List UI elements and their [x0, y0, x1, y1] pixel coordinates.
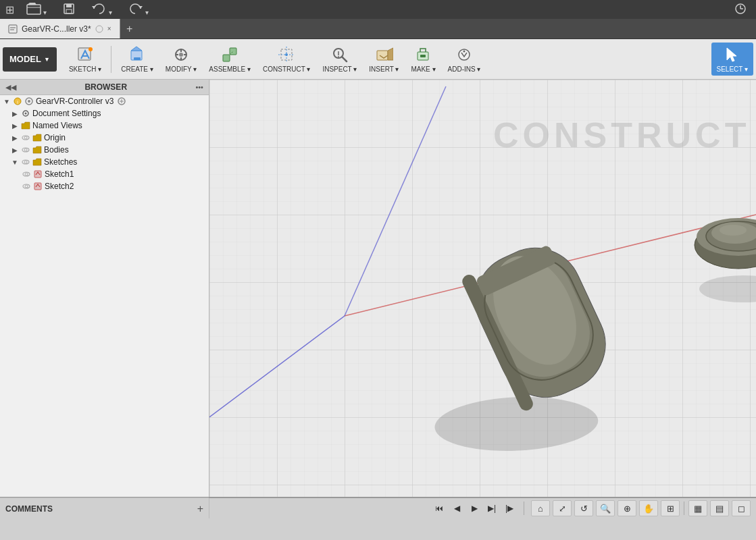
sketch1-label: Sketch1: [45, 169, 74, 179]
bodies-arrow[interactable]: ▶: [11, 146, 19, 154]
file-button[interactable]: ▾: [22, 1, 51, 18]
zoom-in-button[interactable]: ⊕: [618, 500, 636, 516]
svg-rect-31: [420, 55, 426, 57]
settings-icon: [24, 97, 34, 106]
make-button[interactable]: MAKE ▾: [405, 43, 440, 76]
sketch-button[interactable]: SKETCH ▾: [64, 43, 107, 76]
home-view-button[interactable]: ⌂: [531, 500, 550, 516]
tree-item-named-views[interactable]: ▶ Named Views: [0, 119, 209, 132]
redo-button[interactable]: ▾: [124, 1, 153, 18]
tree-root[interactable]: ▼ i GearVR-Controller v3: [0, 95, 209, 107]
zoom-button[interactable]: 🔍: [596, 500, 615, 516]
sketches-label: Sketches: [44, 157, 77, 167]
viewport[interactable]: CONSTRUCT *: [209, 80, 756, 497]
zoom-fit-button[interactable]: ⊞: [661, 500, 680, 516]
svg-rect-2: [66, 4, 72, 7]
svg-marker-4: [92, 6, 96, 9]
tree-item-sketch1[interactable]: Sketch1: [0, 168, 209, 180]
svg-point-72: [720, 225, 747, 236]
doc-settings-arrow[interactable]: ▶: [11, 110, 19, 117]
addins-group: ADD-INS ▾: [443, 43, 486, 76]
tree-item-sketch2[interactable]: Sketch2: [0, 180, 209, 192]
named-views-arrow[interactable]: ▶: [11, 122, 19, 130]
svg-text:CONSTRUCT *: CONSTRUCT *: [493, 115, 756, 155]
display-mode-button[interactable]: ▦: [688, 500, 707, 516]
add-comment-button[interactable]: +: [197, 503, 203, 515]
svg-point-12: [89, 47, 93, 51]
anim-play-button[interactable]: ▶: [467, 501, 482, 516]
bodies-eye-icon: [21, 145, 30, 155]
svg-point-33: [463, 51, 465, 53]
root-arrow[interactable]: ▼: [3, 98, 11, 105]
active-tab[interactable]: GearVR-C...ller v3* ×: [0, 19, 120, 38]
tab-close-button[interactable]: ×: [107, 25, 111, 32]
tree-item-bodies[interactable]: ▶ Bodies: [0, 144, 209, 156]
sketch2-label: Sketch2: [45, 182, 74, 191]
svg-point-41: [25, 113, 27, 115]
doc-settings-label: Document Settings: [32, 109, 101, 118]
anim-first-button[interactable]: ⏮: [432, 501, 447, 516]
svg-point-49: [25, 173, 28, 176]
select-button[interactable]: SELECT ▾: [711, 43, 754, 76]
tree-item-doc-settings[interactable]: ▶ Document Settings: [0, 107, 209, 119]
tab-bar: GearVR-C...ller v3* × +: [0, 19, 756, 39]
save-button[interactable]: [59, 1, 79, 18]
anim-next-button[interactable]: ▶|: [484, 501, 499, 516]
browser-header: ◀◀ BROWSER •••: [0, 80, 209, 95]
tab-label: GearVR-C...ller v3*: [22, 24, 91, 34]
svg-point-10: [96, 26, 103, 32]
addins-button[interactable]: ADD-INS ▾: [443, 43, 486, 76]
tree-item-sketches[interactable]: ▼ Sketches: [0, 156, 209, 168]
fit-view-button[interactable]: ⤢: [553, 500, 572, 516]
view-cube-button[interactable]: ◻: [732, 500, 751, 516]
viewport-svg: CONSTRUCT *: [209, 80, 756, 497]
create-button[interactable]: CREATE ▾: [116, 43, 159, 76]
sketch2-sketch-icon: [33, 182, 43, 191]
undo-button[interactable]: ▾: [87, 1, 116, 18]
root-icon: i: [13, 97, 22, 106]
tree-item-origin[interactable]: ▶ Origin: [0, 132, 209, 144]
svg-point-47: [24, 161, 27, 163]
modify-button[interactable]: MODIFY ▾: [160, 43, 202, 76]
origin-folder-icon: [32, 133, 42, 142]
bodies-label: Bodies: [44, 145, 69, 155]
sketches-arrow[interactable]: ▼: [11, 159, 19, 166]
tree: ▼ i GearVR-Controller v3 ▶ Document Sett…: [0, 95, 209, 192]
svg-rect-28: [377, 51, 388, 60]
bottom-left-comments: COMMENTS +: [0, 498, 209, 518]
model-button[interactable]: MODEL ▼: [3, 47, 57, 72]
svg-point-27: [338, 56, 339, 57]
anim-last-button[interactable]: |▶: [502, 501, 517, 516]
svg-marker-5: [138, 6, 143, 9]
anim-prev-button[interactable]: ◀: [449, 501, 464, 516]
svg-point-38: [28, 100, 30, 103]
inspect-button[interactable]: INSPECT ▾: [317, 43, 362, 76]
root-label: GearVR-Controller v3: [36, 97, 114, 106]
origin-arrow[interactable]: ▶: [11, 134, 19, 142]
pan-button[interactable]: ✋: [639, 500, 658, 516]
svg-rect-9: [9, 25, 17, 33]
assemble-button[interactable]: ASSEMBLE ▾: [203, 43, 256, 76]
sketch1-eye-icon: [22, 169, 31, 179]
root-settings-icon: [117, 97, 126, 106]
time-button[interactable]: [730, 1, 751, 18]
construct-button[interactable]: CONSTRUCT ▾: [257, 43, 316, 76]
svg-point-45: [24, 148, 27, 151]
grid-icon: ⊞: [5, 3, 14, 16]
browser-dots-button[interactable]: •••: [195, 83, 203, 91]
insert-button[interactable]: INSERT ▾: [363, 43, 404, 76]
svg-marker-14: [131, 47, 142, 51]
sketches-eye-icon: [21, 157, 30, 167]
browser-collapse-button[interactable]: ◀◀: [5, 83, 16, 92]
new-tab-button[interactable]: +: [120, 19, 139, 38]
grid-toggle-button[interactable]: ▤: [710, 500, 729, 516]
named-views-folder-icon: [21, 121, 30, 130]
main-toolbar: MODEL ▼ SKETCH ▾ CREATE ▾: [0, 39, 756, 80]
origin-eye-icon: [21, 133, 30, 142]
svg-rect-15: [134, 57, 141, 60]
orbit-button[interactable]: ↺: [574, 500, 593, 516]
bottom-area: COMMENTS + ⏮ ◀ ▶ ▶| |▶ ⌂ ⤢ ↺ 🔍 ⊕ ✋ ⊞ ▦ ▤…: [0, 497, 756, 518]
make-group: MAKE ▾: [405, 43, 440, 76]
comments-bar: COMMENTS +: [0, 497, 209, 519]
origin-label: Origin: [44, 133, 66, 142]
